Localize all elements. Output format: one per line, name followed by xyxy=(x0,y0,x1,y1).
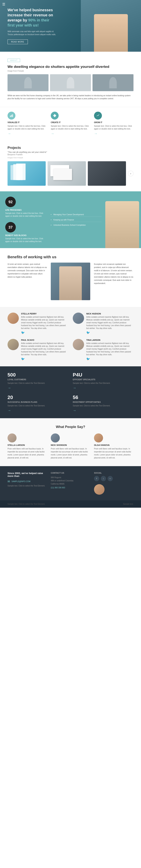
team-member-paul-scavo: PAUL SCAVO Arttio sodales arrived maximi… xyxy=(7,339,68,361)
hero-title: We've helped businesses increase their r… xyxy=(7,7,56,28)
visualize-icon xyxy=(7,112,16,120)
footer-contact-heading: CONTACT US xyxy=(51,472,90,474)
footer-since: Since 2002, we've helped raise more than… xyxy=(7,472,47,487)
stat-label-2: BENEFIT SIZE BLOCKS xyxy=(5,235,44,237)
counter-investment-opportunities: 56 INVESTMENT OPPORTUNITIES Sample text.… xyxy=(73,395,134,412)
team-info-stella-perry: STELLA PERRY Arttio sodales arrived maxi… xyxy=(21,313,68,334)
stat-items-list: • Managing Your Career Development • Kee… xyxy=(51,213,102,227)
about-section: ABOUT We dwelling elegance do shutters a… xyxy=(0,52,141,104)
projects-section: Projects "You can do anything you set yo… xyxy=(0,140,141,191)
counter-arrow-plans[interactable]: → xyxy=(7,409,11,412)
hero-description: With semmate cras sed felis eget velit a… xyxy=(7,30,56,36)
counter-arrow-loyal[interactable]: → xyxy=(7,386,11,390)
benefits-image xyxy=(51,262,90,300)
twitter-icon-paul-scavo[interactable]: 🐦 xyxy=(21,357,68,361)
counter-desc-specialists: Sample text. Click to select the Text El… xyxy=(73,382,134,384)
avatar-stella-perry xyxy=(7,313,19,324)
counter-arrow-investment[interactable]: → xyxy=(73,409,76,412)
carousel-next-arrow[interactable]: › xyxy=(128,170,134,176)
stats-person-image xyxy=(104,191,141,248)
team-name-stella-perry: STELLA PERRY xyxy=(21,313,68,315)
create-arrow[interactable]: → xyxy=(51,132,54,135)
avatar-paul-scavo xyxy=(7,339,19,350)
benefits-left: Ut enim ad minim veniam, quis nostrud ex… xyxy=(7,262,47,279)
stat-label-1: LIFE PROCESSES xyxy=(5,209,44,211)
footer-top: Since 2002, we've helped raise more than… xyxy=(0,466,141,500)
create-icon xyxy=(51,112,59,120)
counter-number-plans: 20 xyxy=(7,395,68,400)
team-bio-tina-larson: Arttio sodales arrived maximis fligibest… xyxy=(86,342,134,356)
stat-desc-2: Sample text. Click to select the text bo… xyxy=(5,237,44,243)
benefits-left-text: Ut enim ad minim veniam, quis nostrud ex… xyxy=(7,262,47,279)
counter-loyal-customers: 500 LOYAL CUSTOMERS Sample text. Click t… xyxy=(7,372,68,390)
feature-grow: GROW IT Sample text. Click to select the… xyxy=(94,112,134,136)
footer-contact: CONTACT US 999 Rogurnt 499 or undefined … xyxy=(51,472,90,489)
footer-person-avatar xyxy=(94,484,105,495)
team-name-paul-scavo: PAUL SCAVO xyxy=(21,339,68,341)
svg-rect-2 xyxy=(12,114,13,117)
team-name-nick-hudson: NICK HUDSON xyxy=(86,313,134,315)
testimonials-heading: What People Say? xyxy=(7,425,134,429)
testimonial-stella-larson: STELLA LARSON Proin velit libero velit s… xyxy=(7,433,47,459)
team-bio-paul-scavo: Arttio sodales arrived maximis fligibest… xyxy=(21,342,68,356)
footer-social-column: SOCIAL f t in xyxy=(94,472,134,495)
projects-author: Benjamin Franklin xyxy=(7,154,134,156)
team-member-tina-larson: TINA LARSON Arttio sodales arrived maxim… xyxy=(73,339,134,361)
projects-carousel: › xyxy=(7,161,134,186)
about-img-3 xyxy=(92,74,134,91)
team-name-tina-larson: TINA LARSON xyxy=(86,339,134,341)
grow-arrow[interactable]: → xyxy=(94,132,97,135)
twitter-icon[interactable]: t xyxy=(101,476,106,481)
read-more-button[interactable]: READ MORE xyxy=(7,39,28,44)
feature-create: CREATE IT Sample text. Click to select t… xyxy=(51,112,90,136)
avatar-nick-shonson xyxy=(51,433,60,442)
team-bio-nick-hudson: Arttio sodales arrived maximis fligibest… xyxy=(86,316,134,330)
projects-heading: Projects xyxy=(7,146,134,150)
create-desc: Sample text. Click to select the text bo… xyxy=(51,125,90,130)
footer-top-grid: Since 2002, we've helped raise more than… xyxy=(7,472,134,495)
counter-arrow-specialists[interactable]: → xyxy=(73,386,76,390)
testimonials-section: What People Say? STELLA LARSON Proin vel… xyxy=(0,418,141,466)
create-title: CREATE IT xyxy=(51,121,90,123)
facebook-icon[interactable]: f xyxy=(94,476,99,481)
visualize-arrow[interactable]: → xyxy=(7,132,11,135)
svg-rect-0 xyxy=(10,116,11,117)
team-info-nick-hudson: NICK HUDSON Arttio sodales arrived maxim… xyxy=(86,313,134,334)
team-info-paul-scavo: PAUL SCAVO Arttio sodales arrived maximi… xyxy=(21,339,68,361)
hero-section: ☰ We've helped businesses increase their… xyxy=(0,0,141,52)
project-card-2[interactable] xyxy=(48,161,86,186)
twitter-icon-stella-perry[interactable]: 🐦 xyxy=(21,331,68,334)
stat-item-1: • Managing Your Career Development xyxy=(51,213,102,217)
counter-label-specialists: EFFICIENT SPECIALISTS xyxy=(73,378,134,381)
testimonial-nick-shonson: NICK SHONSON Proin velit libero velit se… xyxy=(51,433,90,459)
stats-center: • Managing Your Career Development • Kee… xyxy=(49,191,104,248)
testimonials-grid: STELLA LARSON Proin velit libero velit s… xyxy=(7,433,134,459)
about-image-row xyxy=(7,74,134,91)
visualize-desc: Sample text. Click to select the text bo… xyxy=(7,125,47,130)
grow-icon xyxy=(94,112,102,120)
footer-email-label[interactable]: SAMPLE@INFO.COM xyxy=(11,480,30,483)
counter-number-investment: 56 xyxy=(73,395,134,400)
projects-caption: Images from Freepik xyxy=(7,157,134,159)
footer-since-text: Since 2002, we've helped raise more than xyxy=(7,472,47,477)
instagram-icon[interactable]: in xyxy=(108,476,113,481)
team-member-nick-hudson: NICK HUDSON Arttio sodales arrived maxim… xyxy=(73,313,134,334)
project-card-1[interactable] xyxy=(7,161,46,186)
about-body: While we were not the first home cleanin… xyxy=(7,94,134,100)
stat-block-1: 92 LIFE PROCESSES Sample text. Click to … xyxy=(5,196,44,217)
footer-desc: Sample text. Click to select the Test El… xyxy=(7,484,47,487)
team-info-tina-larson: TINA LARSON Arttio sodales arrived maxim… xyxy=(86,339,134,361)
avatar-olga-ivanova xyxy=(94,433,103,442)
twitter-icon-nick-hudson[interactable]: 🐦 xyxy=(86,331,134,334)
footer-email-icon-wrapper: ✉ SAMPLE@INFO.COM xyxy=(7,480,47,483)
testimonial-name-stella: STELLA LARSON xyxy=(7,444,47,446)
project-card-3[interactable] xyxy=(88,161,126,186)
svg-rect-1 xyxy=(11,115,12,117)
twitter-icon-tina-larson[interactable]: 🐦 xyxy=(86,357,134,361)
counters-section: 500 LOYAL CUSTOMERS Sample text. Click t… xyxy=(0,366,141,418)
about-img-1 xyxy=(7,74,49,91)
avatar-tina-larson xyxy=(73,339,84,350)
stats-section: 92 LIFE PROCESSES Sample text. Click to … xyxy=(0,191,141,248)
stat-desc-1: Sample text. Click to select the text bo… xyxy=(5,212,44,217)
footer-social-heading: SOCIAL xyxy=(94,472,134,474)
